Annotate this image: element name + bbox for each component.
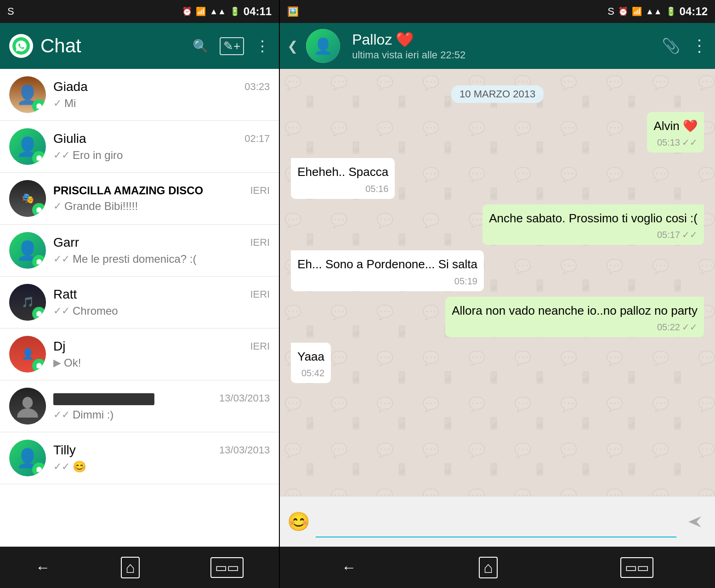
chat-item-priscilla[interactable]: 🎭 PRISCILLA AMAZING DISCO IERI ✓ Grande … xyxy=(0,173,279,225)
bubble-meta-1: 05:13 ✓✓ xyxy=(653,136,698,149)
chat-time-unknown: 13/03/2013 xyxy=(219,392,270,404)
chat-messages: 10 MARZO 2013 Alvin ❤️ 05:13 ✓✓ Eheheh..… xyxy=(280,69,715,496)
check-priscilla: ✓ xyxy=(53,200,62,212)
bubble-time-4: 05:19 xyxy=(454,275,477,288)
chat-item-garr[interactable]: 👤 Garr IERI ✓✓ Me le presti domenica? :( xyxy=(0,225,279,277)
message-2: Eheheh.. Spacca 05:16 xyxy=(291,158,704,198)
chat-preview-unknown: ✓✓ Dimmi :) xyxy=(53,408,270,421)
preview-text-unknown: Dimmi :) xyxy=(73,408,113,421)
search-icon[interactable]: 🔍 xyxy=(193,39,209,54)
preview-text-garr: Me le presti domenica? :( xyxy=(73,253,196,266)
whatsapp-badge-giulia xyxy=(32,151,46,165)
home-button-left[interactable]: ⌂ xyxy=(121,557,140,578)
chat-info-giada: Giada 03:23 ✓ Mi xyxy=(53,79,270,110)
check-ratt: ✓✓ xyxy=(53,305,70,317)
whatsapp-badge-tilly xyxy=(32,463,46,476)
bubble-meta-2: 05:16 xyxy=(297,182,388,195)
bubble-time-1: 05:13 xyxy=(657,136,680,149)
chat-item-unknown[interactable]: 13/03/2013 ✓✓ Dimmi :) xyxy=(0,380,279,432)
chat-time-dj: IERI xyxy=(250,340,270,352)
play-dj: ▶ xyxy=(53,357,61,369)
chat-preview-ratt: ✓✓ Chromeo xyxy=(53,305,270,317)
date-divider: 10 MARZO 2013 xyxy=(291,85,704,103)
chat-name-tilly: Tilly xyxy=(53,443,76,458)
message-1: Alvin ❤️ 05:13 ✓✓ xyxy=(291,112,704,153)
chat-time-giada: 03:23 xyxy=(244,81,270,93)
message-5: Allora non vado neanche io..no palloz no… xyxy=(291,297,704,337)
preview-text-dj: Ok! xyxy=(64,356,81,369)
chat-item-giulia[interactable]: 👤 Giulia 02:17 ✓✓ Ero in giro xyxy=(0,121,279,173)
recents-button-right[interactable]: ▭▭ xyxy=(620,557,653,578)
preview-text-ratt: Chromeo xyxy=(73,305,118,317)
whatsapp-badge-ratt xyxy=(32,307,46,321)
menu-icon[interactable]: ⋮ xyxy=(255,37,270,55)
chat-header: ❮ 👤 Palloz ❤️ ultima vista ieri alle 22:… xyxy=(280,23,715,69)
home-button-right[interactable]: ⌂ xyxy=(479,557,498,578)
check-tilly: ✓✓ xyxy=(53,461,70,473)
chat-info-tilly: Tilly 13/03/2013 ✓✓ 😊 xyxy=(53,443,270,473)
chat-item-dj[interactable]: 👤 Dj IERI ▶ Ok! xyxy=(0,328,279,380)
chat-name-unknown xyxy=(53,391,154,406)
chat-time-priscilla: IERI xyxy=(250,185,270,197)
chat-name-priscilla: PRISCILLA AMAZING DISCO xyxy=(53,184,203,197)
left-header: Chat 🔍 ✎+ ⋮ xyxy=(0,23,279,69)
avatar-giada: 👤 xyxy=(9,76,46,113)
message-input[interactable] xyxy=(316,506,676,537)
chat-preview-giulia: ✓✓ Ero in giro xyxy=(53,149,270,162)
back-button-right[interactable]: ← xyxy=(341,559,356,576)
left-nav-bar: ← ⌂ ▭▭ xyxy=(0,547,279,588)
message-text-6: Yaaa xyxy=(297,350,324,363)
message-text-5: Allora non vado neanche io..no palloz no… xyxy=(452,304,698,317)
menu-icon-chat[interactable]: ⋮ xyxy=(691,36,708,56)
chat-preview-tilly: ✓✓ 😊 xyxy=(53,460,270,473)
wifi-icon: 📶 xyxy=(196,6,206,17)
avatar-unknown xyxy=(9,388,46,424)
back-arrow-button[interactable]: ❮ xyxy=(287,39,298,54)
chat-preview-dj: ▶ Ok! xyxy=(53,356,270,369)
redacted-number xyxy=(53,393,154,405)
chat-list: 👤 Giada 03:23 ✓ Mi 👤 xyxy=(0,69,279,547)
emoji-button[interactable]: 😊 xyxy=(287,511,310,532)
bubble-3: Anche sabato. Prossimo ti voglio cosi :(… xyxy=(482,204,704,245)
gallery-icon: 🖼️ xyxy=(287,6,299,17)
bubble-check-1: ✓✓ xyxy=(682,136,698,149)
contact-status: ultima vista ieri alle 22:52 xyxy=(352,49,655,61)
right-nav-bar: ← ⌂ ▭▭ xyxy=(280,547,715,588)
bubble-time-3: 05:17 xyxy=(657,228,680,241)
send-button[interactable] xyxy=(682,509,708,535)
bubble-meta-5: 05:22 ✓✓ xyxy=(452,321,698,334)
left-status-bar: S ⏰ 📶 ▲▲ 🔋 04:11 xyxy=(0,0,279,23)
check-giada: ✓ xyxy=(53,97,62,109)
contact-name: Palloz ❤️ xyxy=(352,31,655,48)
chat-item-ratt[interactable]: 🎵 Ratt IERI ✓✓ Chromeo xyxy=(0,277,279,328)
whatsapp-badge-giada xyxy=(32,99,46,113)
header-title: Chat xyxy=(40,35,185,57)
message-4: Eh... Sono a Pordenone... Si salta 05:19 xyxy=(291,250,704,291)
bubble-time-5: 05:22 xyxy=(657,321,680,334)
right-panel: 🖼️ S ⏰ 📶 ▲▲ 🔋 04:12 ❮ 👤 Palloz ❤️ ultima… xyxy=(280,0,715,588)
chat-info-dj: Dj IERI ▶ Ok! xyxy=(53,339,270,369)
chat-name-garr: Garr xyxy=(53,235,79,250)
chat-name-dj: Dj xyxy=(53,339,65,354)
attachment-icon[interactable]: 📎 xyxy=(662,37,680,55)
compose-icon[interactable]: ✎+ xyxy=(220,37,244,55)
bubble-1: Alvin ❤️ 05:13 ✓✓ xyxy=(647,112,704,153)
chat-item-giada[interactable]: 👤 Giada 03:23 ✓ Mi xyxy=(0,69,279,121)
avatar-giulia: 👤 xyxy=(9,128,46,165)
chat-preview-priscilla: ✓ Grande Bibi!!!!! xyxy=(53,200,270,213)
check-garr: ✓✓ xyxy=(53,253,70,265)
whatsapp-badge-garr xyxy=(32,255,46,269)
message-text-4: Eh... Sono a Pordenone... Si salta xyxy=(297,257,477,271)
signal-icon: ▲▲ xyxy=(210,7,226,17)
chat-time-giulia: 02:17 xyxy=(244,133,270,145)
avatar-garr: 👤 xyxy=(9,232,46,269)
avatar-ratt: 🎵 xyxy=(9,284,46,321)
recents-button-left[interactable]: ▭▭ xyxy=(210,557,244,578)
back-button-left[interactable]: ← xyxy=(35,559,50,576)
preview-text-giulia: Ero in giro xyxy=(73,149,123,162)
chat-info-garr: Garr IERI ✓✓ Me le presti domenica? :( xyxy=(53,235,270,266)
chat-item-tilly[interactable]: 👤 Tilly 13/03/2013 ✓✓ 😊 xyxy=(0,432,279,484)
bubble-time-2: 05:16 xyxy=(365,182,388,195)
left-panel: S ⏰ 📶 ▲▲ 🔋 04:11 Chat 🔍 ✎+ ⋮ 👤 xyxy=(0,0,279,588)
avatar-palloz[interactable]: 👤 xyxy=(306,29,340,63)
